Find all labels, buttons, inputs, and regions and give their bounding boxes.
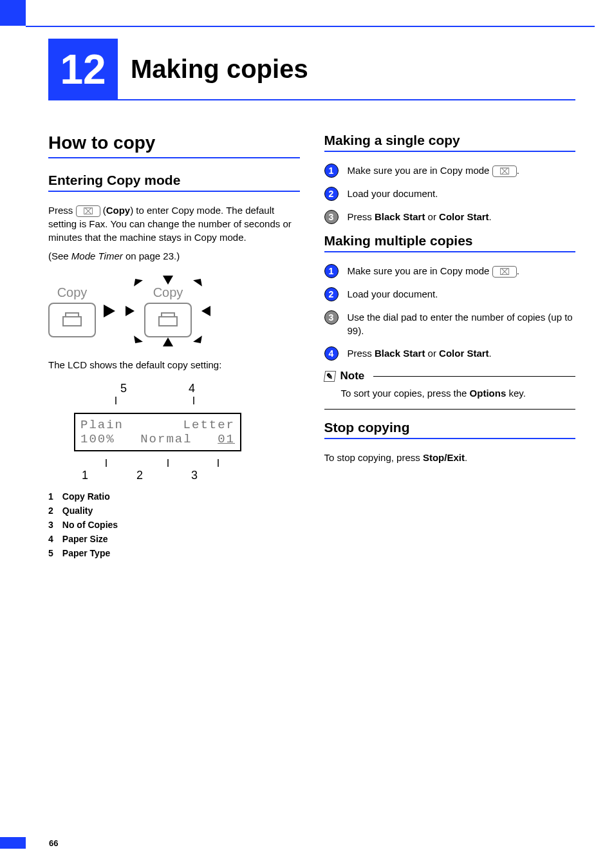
copy-label: Copy (106, 205, 131, 216)
text: or (425, 211, 439, 222)
lcd-bottom-callouts: 1 2 3 (74, 469, 241, 482)
step-item: 4 Press Black Start or Color Start. (324, 346, 576, 361)
legend-text: No of Copies (62, 520, 118, 530)
text: Press (348, 211, 375, 222)
stop-copying-text: To stop copying, press Stop/Exit. (324, 451, 576, 464)
copy-button-icon: ⌧ (492, 165, 517, 177)
note-icon: ✎ (323, 371, 335, 382)
two-column-layout: How to copy Entering Copy mode Press ⌧ (… (48, 133, 575, 562)
note-body: To sort your copies, press the Options k… (324, 386, 576, 400)
button-name: Black Start (375, 211, 425, 222)
button-highlighted: Copy (123, 276, 213, 346)
text: To sort your copies, press the (341, 388, 470, 399)
lcd-legend: 1Copy Ratio 2Quality 3No of Copies 4Pape… (48, 491, 300, 558)
button-name: Options (470, 388, 507, 399)
chapter-title: Making copies (118, 39, 575, 100)
page-content: 12 Making copies How to copy Entering Co… (48, 32, 575, 562)
step-number: 4 (324, 346, 339, 361)
legend-item: 1Copy Ratio (48, 491, 300, 502)
text: . (489, 211, 492, 222)
chapter-number: 12 (48, 39, 118, 100)
step-text: Use the dial pad to enter the number of … (348, 310, 576, 337)
button-name: Stop/Exit (423, 452, 465, 463)
note-label: Note (340, 370, 365, 382)
lcd-copy-ratio: 100% (80, 432, 115, 446)
see-also: (See Mode Timer on page 23.) (48, 249, 300, 263)
legend-text: Paper Size (62, 534, 108, 544)
lcd-top-callouts: 5 4 (74, 382, 241, 395)
subsection-heading: Making multiple copies (324, 233, 576, 252)
text: Make sure you are in Copy mode (348, 265, 492, 276)
text: Press (348, 348, 375, 359)
legend-number: 3 (48, 520, 53, 530)
button-caption: Copy (57, 285, 88, 300)
step-item: 2 Load your document. (324, 187, 576, 201)
button-name: Color Start (439, 348, 489, 359)
text: on page 23.) (123, 250, 180, 261)
subsection-heading: Stop copying (324, 420, 576, 439)
text: Make sure you are in Copy mode (348, 165, 492, 176)
text: key. (506, 388, 526, 399)
step-item: 3 Use the dial pad to enter the number o… (324, 310, 576, 337)
svg-rect-0 (63, 317, 81, 326)
legend-item: 3No of Copies (48, 520, 300, 530)
button-name: Color Start (439, 211, 489, 222)
legend-number: 5 (48, 548, 53, 558)
section-heading: How to copy (48, 133, 300, 158)
callout-number: 1 (82, 469, 136, 482)
text: . (517, 265, 519, 276)
printer-icon (155, 310, 181, 330)
arrow-icon (126, 306, 135, 316)
subsection-heading: Making a single copy (324, 133, 576, 152)
header-corner (0, 0, 26, 26)
text: . (517, 165, 519, 176)
lcd-copies: 01 (218, 432, 235, 446)
cross-reference[interactable]: Mode Timer (71, 250, 123, 261)
text: Press (48, 205, 76, 216)
page-footer: 66 (0, 837, 58, 849)
intro-paragraph: Press ⌧ (Copy) to enter Copy mode. The d… (48, 203, 300, 244)
legend-text: Copy Ratio (62, 491, 110, 502)
lcd-quality: Normal (140, 432, 192, 446)
text: . (465, 452, 467, 463)
legend-item: 2Quality (48, 505, 300, 516)
text: or (425, 348, 439, 359)
legend-item: 5Paper Type (48, 548, 300, 558)
lcd-intro-text: The LCD shows the default copy setting: (48, 358, 300, 372)
header-rule (26, 26, 595, 27)
lcd-diagram: 5 4 Plain Letter 100% Normal 01 (74, 382, 241, 482)
arrow-icon (163, 337, 173, 346)
chapter-header: 12 Making copies (48, 39, 575, 100)
callout-number: 2 (136, 469, 191, 482)
step-number: 1 (324, 164, 339, 178)
legend-text: Paper Type (62, 548, 110, 558)
page-number: 66 (49, 838, 58, 848)
button-frame (144, 303, 192, 337)
step-number: 3 (324, 310, 339, 325)
text: To stop copying, press (324, 452, 423, 463)
left-column: How to copy Entering Copy mode Press ⌧ (… (48, 133, 300, 562)
arrow-icon (201, 306, 210, 316)
legend-text: Quality (62, 505, 93, 516)
step-number: 3 (324, 210, 339, 224)
step-item: 1 Make sure you are in Copy mode ⌧. (324, 264, 576, 278)
legend-number: 2 (48, 505, 53, 516)
copy-button-icon: ⌧ (76, 205, 100, 217)
button-caption: Copy (153, 285, 183, 300)
connector-lines (74, 397, 241, 404)
arrow-icon (193, 279, 202, 288)
note-block: ✎ Note To sort your copies, press the Op… (324, 370, 576, 410)
connector-lines (74, 459, 241, 467)
printer-icon (59, 310, 85, 330)
subsection-heading: Entering Copy mode (48, 173, 300, 192)
callout-number: 4 (189, 382, 195, 395)
note-rule (373, 376, 575, 377)
step-item: 3 Press Black Start or Color Start. (324, 210, 576, 224)
arrow-icon (134, 334, 143, 343)
legend-item: 4Paper Size (48, 534, 300, 544)
right-column: Making a single copy 1 Make sure you are… (324, 133, 576, 562)
copy-mode-diagram: Copy Copy (48, 276, 300, 346)
step-text: Load your document. (348, 287, 576, 301)
step-number: 2 (324, 287, 339, 301)
note-heading: ✎ Note (324, 370, 576, 382)
